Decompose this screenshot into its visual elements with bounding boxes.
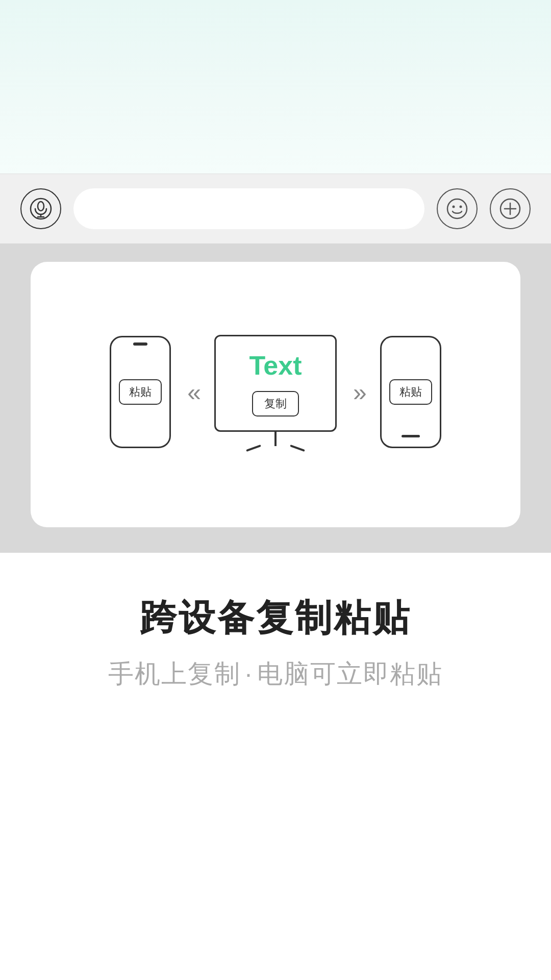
plus-icon xyxy=(499,198,521,220)
message-input[interactable] xyxy=(73,188,424,229)
feature-card: 粘贴 « Text 复制 » xyxy=(31,262,520,527)
top-background xyxy=(0,0,551,174)
monitor-device: Text 复制 xyxy=(214,335,337,449)
svg-point-1 xyxy=(38,202,44,211)
description-section: 跨设备复制粘贴 手机上复制·电脑可立即粘贴 xyxy=(0,553,551,742)
monitor-text-label: Text xyxy=(249,350,302,381)
right-paste-button[interactable]: 粘贴 xyxy=(389,379,432,405)
input-bar xyxy=(0,174,551,243)
svg-point-5 xyxy=(453,206,455,208)
sub-title-part1: 手机上复制 xyxy=(108,659,241,688)
monitor-stand xyxy=(255,432,296,449)
left-phone: 粘贴 xyxy=(110,336,171,448)
voice-button[interactable] xyxy=(20,188,61,229)
emoji-icon xyxy=(446,198,468,220)
left-arrows: « xyxy=(187,378,198,406)
voice-icon xyxy=(30,198,52,220)
main-title: 跨设备复制粘贴 xyxy=(140,594,411,643)
sub-title: 手机上复制·电脑可立即粘贴 xyxy=(108,657,443,691)
left-paste-button[interactable]: 粘贴 xyxy=(119,379,162,405)
monitor-foot-right xyxy=(290,445,305,452)
right-phone: 粘贴 xyxy=(380,336,441,448)
monitor-neck xyxy=(274,432,277,446)
sub-title-part2: 电脑可立即粘贴 xyxy=(257,659,443,688)
right-arrows: » xyxy=(353,378,364,406)
monitor-screen: Text 复制 xyxy=(214,335,337,432)
left-phone-frame: 粘贴 xyxy=(110,336,171,448)
svg-point-6 xyxy=(460,206,462,208)
monitor-foot-left xyxy=(246,445,261,452)
right-phone-frame: 粘贴 xyxy=(380,336,441,448)
separator-dot: · xyxy=(245,659,253,688)
monitor-feet xyxy=(255,447,296,449)
illustration: 粘贴 « Text 复制 » xyxy=(51,335,500,449)
feature-panel: 粘贴 « Text 复制 » xyxy=(0,243,551,553)
emoji-button[interactable] xyxy=(437,188,478,229)
svg-point-4 xyxy=(447,199,467,218)
add-button[interactable] xyxy=(490,188,531,229)
copy-button[interactable]: 复制 xyxy=(252,391,299,416)
